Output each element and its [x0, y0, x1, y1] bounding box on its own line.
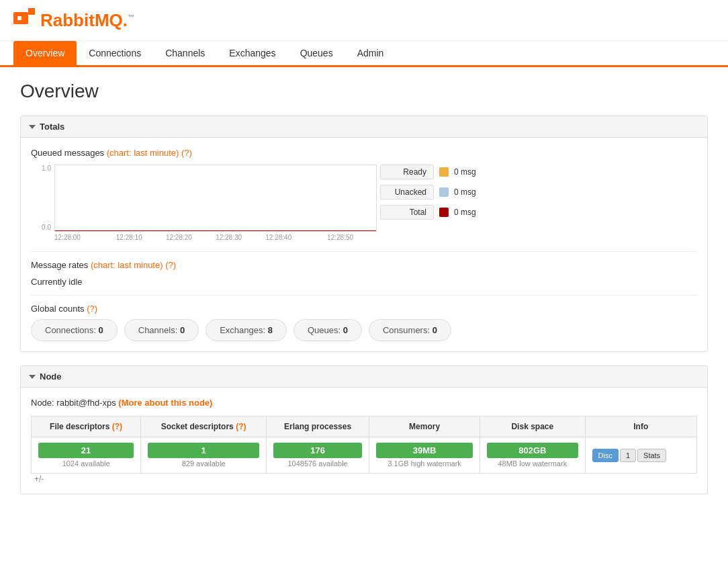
file-desc-help[interactable]: (?)	[112, 422, 122, 431]
node-name: rabbit@fhd-xps	[56, 398, 116, 408]
legend-unacked-color	[439, 187, 449, 197]
separator-2	[31, 295, 697, 296]
svg-rect-2	[17, 16, 21, 20]
erlang-bar: 176	[273, 443, 362, 458]
nav-overview[interactable]: Overview	[13, 41, 77, 65]
nav-admin[interactable]: Admin	[345, 41, 396, 65]
td-memory: 39MB 3.1GB high watermark	[369, 437, 480, 474]
main-nav: Overview Connections Channels Exchanges …	[0, 41, 728, 67]
totals-collapse-icon[interactable]	[29, 125, 36, 129]
count-channels: Channels: 0	[124, 319, 199, 341]
td-info: Disc 1 Stats	[585, 437, 696, 474]
chart-x-labels: 12:28:00 12:28:10 12:28:20 12:28:30 12:2…	[54, 232, 353, 243]
queued-chart-box: 1.0 0.0 12:28:00 12:28:10 12:28:20 12:28…	[31, 165, 353, 243]
th-memory: Memory	[369, 416, 480, 437]
th-disk: Disk space	[480, 416, 585, 437]
queued-legend: Ready 0 msg Unacked 0 msg Total 0 msg	[380, 165, 476, 220]
nav-exchanges[interactable]: Exchanges	[217, 41, 287, 65]
totals-header: Totals	[21, 116, 707, 138]
legend-total-color	[439, 208, 449, 217]
legend-unacked-label: Unacked	[380, 185, 434, 200]
plus-minus-toggle[interactable]: +/-	[31, 474, 44, 484]
legend-total-label: Total	[380, 205, 434, 220]
node-table-data-row: 21 1024 available 1 829 available 176 10…	[32, 437, 697, 474]
td-file-desc: 21 1024 available	[32, 437, 141, 474]
erlang-available: 1048576 available	[273, 459, 362, 468]
global-counts-title: Global counts (?)	[31, 304, 697, 314]
count-connections: Connections: 0	[31, 319, 118, 341]
disk-bar: 802GB	[487, 443, 578, 458]
chart-wrapper: 1.0 0.0 12:28:00 12:28:10 12:28:20 12:28…	[31, 165, 353, 243]
legend-unacked-value: 0 msg	[454, 187, 476, 197]
queued-chart-canvas	[54, 165, 377, 232]
nav-connections[interactable]: Connections	[77, 41, 153, 65]
separator-1	[31, 251, 697, 252]
node-collapse-icon[interactable]	[29, 375, 36, 379]
legend-ready-color	[439, 167, 449, 177]
rabbitmq-logo-icon	[13, 8, 38, 32]
info-buttons: Disc 1 Stats	[592, 449, 690, 462]
file-desc-bar: 21	[38, 443, 134, 458]
queued-chart-link[interactable]: (chart: last minute)	[107, 148, 179, 158]
count-exchanges: Exchanges: 8	[206, 319, 287, 341]
legend-ready: Ready 0 msg	[380, 165, 476, 179]
socket-desc-available: 829 available	[148, 459, 259, 468]
legend-unacked: Unacked 0 msg	[380, 185, 476, 200]
chart-y-max: 1.0	[31, 165, 51, 172]
message-rates-link[interactable]: (chart: last minute)	[91, 260, 163, 270]
global-counts-row: Connections: 0 Channels: 0 Exchanges: 8 …	[31, 319, 697, 341]
td-disk: 802GB 48MB low watermark	[480, 437, 585, 474]
stats-button[interactable]: Stats	[637, 449, 666, 462]
node-table-header-row: File descriptors (?) Socket descriptors …	[32, 416, 697, 437]
nav-queues[interactable]: Queues	[288, 41, 345, 65]
logo-text: RabbitMQ.™	[40, 10, 134, 31]
disk-available: 48MB low watermark	[487, 459, 578, 468]
disc-button[interactable]: Disc	[592, 449, 619, 462]
socket-desc-help[interactable]: (?)	[236, 422, 246, 431]
th-socket-desc: Socket descriptors (?)	[141, 416, 267, 437]
queued-messages-title: Queued messages (chart: last minute) (?)	[31, 148, 697, 158]
idle-status: Currently idle	[31, 277, 697, 287]
node-body: Node: rabbit@fhd-xps (More about this no…	[21, 388, 707, 494]
td-socket-desc: 1 829 available	[141, 437, 267, 474]
legend-ready-label: Ready	[380, 165, 434, 179]
node-info-line: Node: rabbit@fhd-xps (More about this no…	[31, 398, 697, 408]
memory-available: 3.1GB high watermark	[376, 459, 473, 468]
node-table: File descriptors (?) Socket descriptors …	[31, 416, 697, 474]
node-section: Node Node: rabbit@fhd-xps (More about th…	[20, 365, 708, 494]
node-more-link[interactable]: (More about this node)	[118, 398, 212, 408]
th-info: Info	[585, 416, 696, 437]
node-header: Node	[21, 366, 707, 388]
chart-y-min: 0.0	[31, 224, 51, 231]
main-content: Overview Totals Queued messages (chart: …	[0, 67, 728, 521]
legend-total: Total 0 msg	[380, 205, 476, 220]
totals-label: Totals	[40, 122, 64, 132]
th-file-desc: File descriptors (?)	[32, 416, 141, 437]
svg-rect-1	[28, 8, 35, 15]
legend-ready-value: 0 msg	[454, 167, 476, 177]
socket-desc-bar: 1	[148, 443, 259, 458]
count-consumers: Consumers: 0	[369, 319, 451, 341]
th-erlang: Erlang processes	[267, 416, 369, 437]
global-counts-help[interactable]: (?)	[87, 304, 97, 314]
node-count-button[interactable]: 1	[620, 449, 636, 462]
memory-bar: 39MB	[376, 443, 473, 458]
totals-section: Totals Queued messages (chart: last minu…	[20, 116, 708, 352]
message-rates-title: Message rates (chart: last minute) (?)	[31, 260, 697, 270]
legend-total-value: 0 msg	[454, 208, 476, 217]
queued-messages-chart-area: 1.0 0.0 12:28:00 12:28:10 12:28:20 12:28…	[31, 165, 697, 243]
file-desc-available: 1024 available	[38, 459, 134, 468]
page-title: Overview	[20, 81, 708, 102]
totals-body: Queued messages (chart: last minute) (?)…	[21, 138, 707, 351]
count-queues: Queues: 0	[293, 319, 362, 341]
logo: RabbitMQ.™	[13, 8, 715, 32]
header: RabbitMQ.™	[0, 0, 728, 41]
td-erlang: 176 1048576 available	[267, 437, 369, 474]
node-label: Node	[40, 371, 62, 382]
nav-channels[interactable]: Channels	[153, 41, 217, 65]
